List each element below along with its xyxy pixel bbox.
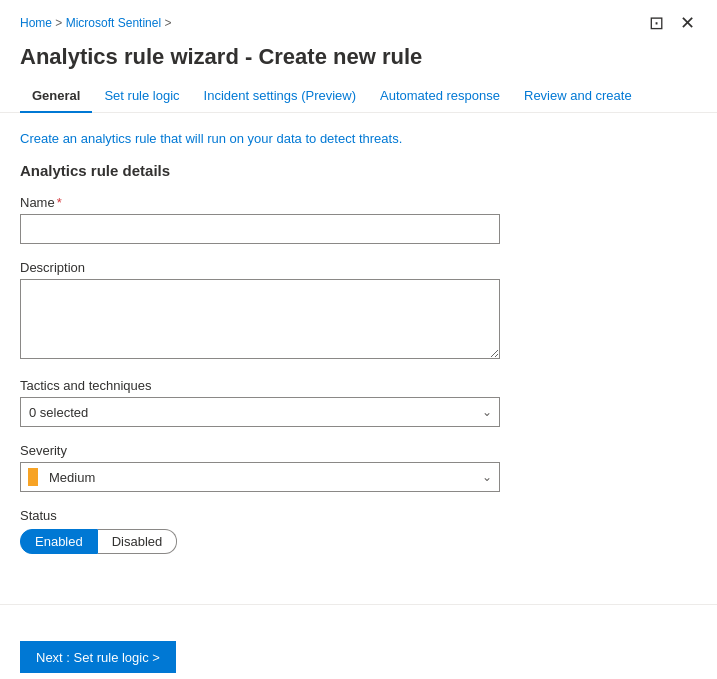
close-button[interactable]: ✕	[678, 10, 697, 36]
page-container: Home > Microsoft Sentinel > ⊡ ✕ Analytic…	[0, 0, 717, 679]
tab-review-and-create[interactable]: Review and create	[512, 80, 644, 113]
content-area: Create an analytics rule that will run o…	[0, 113, 717, 584]
severity-select-wrapper: High Medium Low Informational ⌄	[20, 462, 500, 492]
status-toggle-container: Enabled Disabled	[20, 529, 697, 554]
severity-select[interactable]: High Medium Low Informational	[20, 462, 500, 492]
page-title: Analytics rule wizard - Create new rule	[20, 44, 422, 70]
top-actions: ⊡ ✕	[647, 10, 697, 36]
status-field-group: Status Enabled Disabled	[20, 508, 697, 554]
breadcrumb-home[interactable]: Home	[20, 16, 52, 30]
description-label: Description	[20, 260, 697, 275]
name-input[interactable]	[20, 214, 500, 244]
status-enabled-button[interactable]: Enabled	[20, 529, 98, 554]
title-row: Analytics rule wizard - Create new rule	[0, 40, 717, 70]
tab-set-rule-logic[interactable]: Set rule logic	[92, 80, 191, 113]
footer-divider	[0, 604, 717, 605]
tab-incident-settings[interactable]: Incident settings (Preview)	[192, 80, 368, 113]
breadcrumb-sep2: >	[164, 16, 171, 30]
tactics-label: Tactics and techniques	[20, 378, 697, 393]
name-label: Name *	[20, 195, 697, 210]
export-button[interactable]: ⊡	[647, 10, 666, 36]
status-disabled-button[interactable]: Disabled	[98, 529, 178, 554]
tactics-field-group: Tactics and techniques 0 selected ⌄	[20, 378, 697, 427]
severity-field-group: Severity High Medium Low Informational ⌄	[20, 443, 697, 492]
breadcrumb-sentinel[interactable]: Microsoft Sentinel	[66, 16, 161, 30]
name-required-star: *	[57, 195, 62, 210]
section-title: Analytics rule details	[20, 162, 697, 179]
description-field-group: Description	[20, 260, 697, 362]
info-text: Create an analytics rule that will run o…	[20, 131, 697, 146]
breadcrumb: Home > Microsoft Sentinel >	[20, 16, 171, 30]
tabs-container: General Set rule logic Incident settings…	[0, 80, 717, 113]
status-label: Status	[20, 508, 697, 523]
name-field-group: Name *	[20, 195, 697, 244]
footer: Next : Set rule logic >	[0, 625, 717, 679]
severity-label: Severity	[20, 443, 697, 458]
tab-automated-response[interactable]: Automated response	[368, 80, 512, 113]
tactics-select-wrapper: 0 selected ⌄	[20, 397, 500, 427]
next-button[interactable]: Next : Set rule logic >	[20, 641, 176, 673]
breadcrumb-sep1: >	[55, 16, 65, 30]
description-input[interactable]	[20, 279, 500, 359]
top-bar: Home > Microsoft Sentinel > ⊡ ✕	[0, 0, 717, 40]
tab-general[interactable]: General	[20, 80, 92, 113]
tactics-select[interactable]: 0 selected	[20, 397, 500, 427]
